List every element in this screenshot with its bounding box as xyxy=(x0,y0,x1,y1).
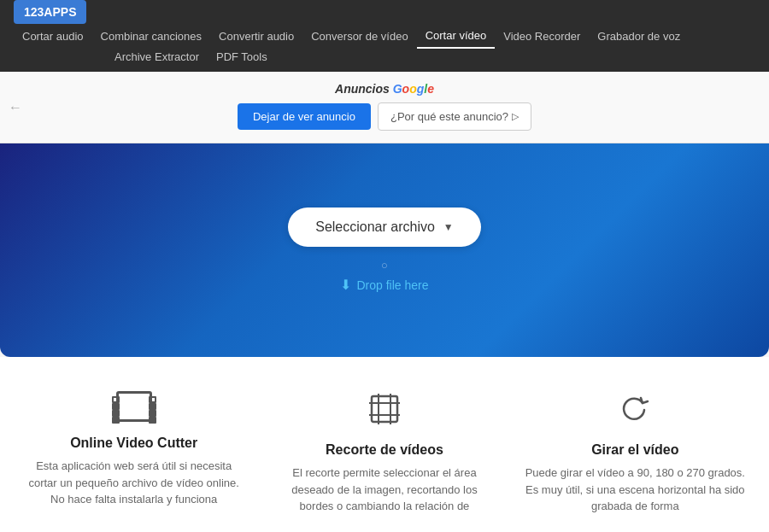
navbar: 123APPS Cortar audioCombinar cancionesCo… xyxy=(0,0,769,72)
nav-link-grabador-de-voz[interactable]: Grabador de voz xyxy=(589,25,689,48)
feature-desc-2: Puede girar el vídeo a 90, 180 o 270 gra… xyxy=(524,465,746,515)
nav-links-row2: Archive ExtractorPDF Tools xyxy=(14,45,755,68)
ad-title: Anuncios Google xyxy=(0,82,769,96)
download-icon: ⬇ xyxy=(340,277,351,293)
why-ad-icon: ▷ xyxy=(512,111,519,122)
nav-link-pdf-tools[interactable]: PDF Tools xyxy=(208,45,276,68)
film-icon xyxy=(116,391,152,422)
logo[interactable]: 123APPS xyxy=(14,0,86,24)
ad-back-arrow[interactable]: ← xyxy=(9,100,22,115)
select-file-label: Seleccionar archivo xyxy=(315,219,435,235)
nav-link-video-recorder[interactable]: Video Recorder xyxy=(495,25,589,48)
hero-section: Seleccionar archivo ▼ ○ ⬇ Drop file here xyxy=(0,143,769,357)
feature-desc-0: Esta aplicación web será útil si necesit… xyxy=(23,458,245,508)
why-ad-button[interactable]: ¿Por qué este anuncio? ▷ xyxy=(378,102,531,131)
feature-title-0: Online Video Cutter xyxy=(23,436,245,451)
ad-title-prefix: Anuncios xyxy=(335,82,390,96)
feature-video-cutter: Online Video Cutter Esta aplicación web … xyxy=(23,391,245,515)
drop-label: Drop file here xyxy=(356,278,428,292)
nav-link-archive-extractor[interactable]: Archive Extractor xyxy=(106,45,208,68)
chevron-down-icon: ▼ xyxy=(443,221,454,233)
features-section: Online Video Cutter Esta aplicación web … xyxy=(0,357,769,532)
why-ad-label: ¿Por qué este anuncio? xyxy=(390,110,508,123)
nav-link-convertir-audio[interactable]: Convertir audio xyxy=(210,25,302,48)
feature-title-2: Girar el vídeo xyxy=(524,442,746,458)
crop-icon xyxy=(273,391,496,432)
drop-zone[interactable]: ⬇ Drop file here xyxy=(340,277,428,293)
ad-banner: ← Anuncios Google Dejar de ver anuncio ¿… xyxy=(0,72,769,143)
stop-ad-button[interactable]: Dejar de ver anuncio xyxy=(238,103,371,130)
feature-title-1: Recorte de vídeos xyxy=(273,442,496,458)
drop-separator: ○ xyxy=(381,259,388,272)
ad-buttons: Dejar de ver anuncio ¿Por qué este anunc… xyxy=(0,102,769,131)
rotate-icon xyxy=(524,391,746,432)
svg-rect-0 xyxy=(372,396,397,422)
ad-brand: Google xyxy=(393,82,434,96)
select-file-button[interactable]: Seleccionar archivo ▼ xyxy=(288,208,481,247)
feature-rotate: Girar el vídeo Puede girar el vídeo a 90… xyxy=(524,391,746,515)
nav-link-combinar-canciones[interactable]: Combinar canciones xyxy=(92,25,211,48)
nav-link-cortar-audio[interactable]: Cortar audio xyxy=(14,25,92,48)
nav-link-conversor-de-vídeo[interactable]: Conversor de vídeo xyxy=(302,25,416,48)
feature-desc-1: El recorte permite seleccionar el área d… xyxy=(273,465,496,515)
feature-crop: Recorte de vídeos El recorte permite sel… xyxy=(273,391,496,515)
